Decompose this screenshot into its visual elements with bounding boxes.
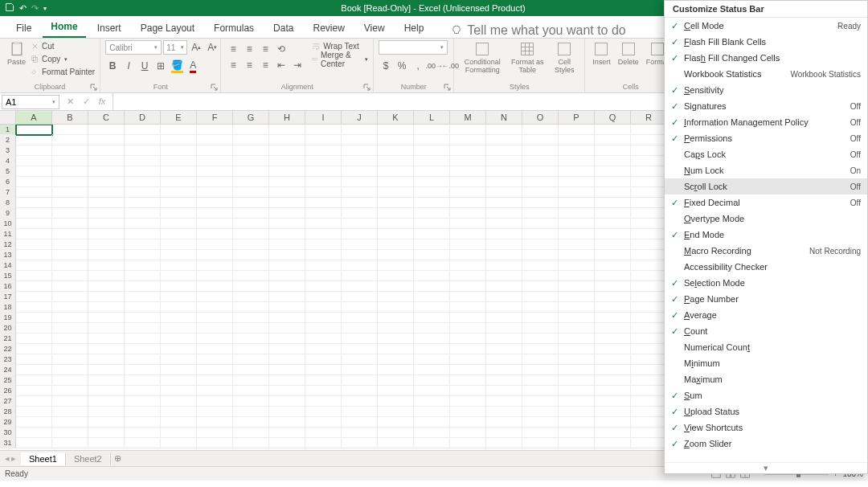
cell[interactable] bbox=[414, 166, 450, 177]
tell-me-search[interactable]: Tell me what you want to do bbox=[451, 23, 625, 38]
cell[interactable] bbox=[522, 187, 559, 198]
cell[interactable] bbox=[378, 135, 414, 145]
cell[interactable] bbox=[342, 365, 378, 375]
status-bar-option-accessibility-checker[interactable]: Accessibility Checker bbox=[665, 259, 867, 275]
cell[interactable] bbox=[486, 313, 522, 323]
font-size-select[interactable]: 11▾ bbox=[163, 40, 187, 55]
accounting-format-icon[interactable]: $ bbox=[379, 59, 393, 73]
cell[interactable] bbox=[450, 428, 486, 438]
cell[interactable] bbox=[88, 334, 125, 344]
cell[interactable] bbox=[161, 239, 197, 250]
cell[interactable] bbox=[233, 334, 269, 344]
column-header[interactable]: A bbox=[16, 111, 52, 124]
cell[interactable] bbox=[269, 135, 305, 145]
bold-button[interactable]: B bbox=[105, 59, 120, 73]
cell[interactable] bbox=[631, 407, 667, 417]
cell[interactable] bbox=[378, 229, 414, 239]
cell[interactable] bbox=[595, 219, 631, 229]
cell[interactable] bbox=[52, 396, 88, 407]
cell[interactable] bbox=[414, 292, 450, 302]
column-header[interactable]: G bbox=[233, 111, 269, 124]
cell[interactable] bbox=[595, 386, 631, 396]
status-bar-option-fixed-decimal[interactable]: ✓Fixed DecimalOff bbox=[665, 194, 867, 211]
cell[interactable] bbox=[197, 386, 233, 396]
cell[interactable] bbox=[522, 135, 559, 145]
cell[interactable] bbox=[16, 292, 52, 302]
cell[interactable] bbox=[305, 177, 342, 187]
cell[interactable] bbox=[595, 417, 631, 428]
cell[interactable] bbox=[342, 428, 378, 438]
cell[interactable] bbox=[414, 187, 450, 198]
cell[interactable] bbox=[378, 219, 414, 229]
cell[interactable] bbox=[450, 229, 486, 239]
status-bar-option-workbook-statistics[interactable]: Workbook StatisticsWorkbook Statistics bbox=[665, 66, 867, 82]
number-format-select[interactable]: ▾ bbox=[379, 40, 448, 55]
cell[interactable] bbox=[595, 438, 631, 448]
column-header[interactable]: Q bbox=[595, 111, 631, 124]
cell[interactable] bbox=[52, 281, 88, 292]
cell[interactable] bbox=[450, 135, 486, 145]
cell[interactable] bbox=[305, 396, 342, 407]
cell[interactable] bbox=[414, 125, 450, 135]
cell[interactable] bbox=[631, 323, 667, 334]
cell[interactable] bbox=[161, 302, 197, 313]
italic-button[interactable]: I bbox=[121, 59, 136, 73]
cell[interactable] bbox=[414, 375, 450, 386]
cell[interactable] bbox=[559, 396, 595, 407]
cell[interactable] bbox=[486, 198, 522, 208]
cell[interactable] bbox=[16, 396, 52, 407]
cell[interactable] bbox=[486, 229, 522, 239]
cell[interactable] bbox=[342, 313, 378, 323]
cell[interactable] bbox=[450, 156, 486, 166]
cell[interactable] bbox=[595, 250, 631, 260]
cell[interactable] bbox=[125, 365, 161, 375]
cell[interactable] bbox=[342, 229, 378, 239]
cell[interactable] bbox=[125, 323, 161, 334]
status-bar-option-count[interactable]: ✓Count bbox=[665, 323, 867, 339]
cell[interactable] bbox=[52, 260, 88, 271]
cell[interactable] bbox=[52, 145, 88, 156]
increase-decimal-icon[interactable]: .00→ bbox=[427, 59, 441, 73]
cell[interactable] bbox=[16, 198, 52, 208]
cell[interactable] bbox=[233, 125, 269, 135]
cell[interactable] bbox=[197, 198, 233, 208]
cell[interactable] bbox=[342, 260, 378, 271]
cell[interactable] bbox=[88, 375, 125, 386]
cell[interactable] bbox=[631, 334, 667, 344]
cell[interactable] bbox=[450, 239, 486, 250]
sheet-nav-prev-icon[interactable]: ◂ bbox=[5, 453, 10, 464]
cell[interactable] bbox=[342, 344, 378, 354]
cell[interactable] bbox=[88, 177, 125, 187]
cell[interactable] bbox=[559, 229, 595, 239]
cell[interactable] bbox=[450, 166, 486, 177]
sheet-tab[interactable]: Sheet2 bbox=[66, 452, 111, 465]
cell[interactable] bbox=[197, 166, 233, 177]
cell[interactable] bbox=[125, 271, 161, 281]
cell[interactable] bbox=[16, 375, 52, 386]
cell[interactable] bbox=[197, 239, 233, 250]
cell[interactable] bbox=[342, 187, 378, 198]
cell[interactable] bbox=[631, 208, 667, 219]
cell[interactable] bbox=[631, 417, 667, 428]
cell[interactable] bbox=[305, 386, 342, 396]
cell[interactable] bbox=[16, 166, 52, 177]
cell[interactable] bbox=[595, 208, 631, 219]
cell[interactable] bbox=[522, 344, 559, 354]
row-header[interactable]: 18 bbox=[0, 302, 16, 313]
cell[interactable] bbox=[197, 177, 233, 187]
cell[interactable] bbox=[125, 428, 161, 438]
cell[interactable] bbox=[269, 302, 305, 313]
cell[interactable] bbox=[414, 344, 450, 354]
cell[interactable] bbox=[342, 219, 378, 229]
cell[interactable] bbox=[269, 177, 305, 187]
cell[interactable] bbox=[378, 145, 414, 156]
cell[interactable] bbox=[378, 334, 414, 344]
cell[interactable] bbox=[486, 219, 522, 229]
cell[interactable] bbox=[161, 145, 197, 156]
cell[interactable] bbox=[125, 407, 161, 417]
cell[interactable] bbox=[522, 250, 559, 260]
cell[interactable] bbox=[269, 365, 305, 375]
cell[interactable] bbox=[161, 250, 197, 260]
cell[interactable] bbox=[16, 145, 52, 156]
cell[interactable] bbox=[88, 239, 125, 250]
